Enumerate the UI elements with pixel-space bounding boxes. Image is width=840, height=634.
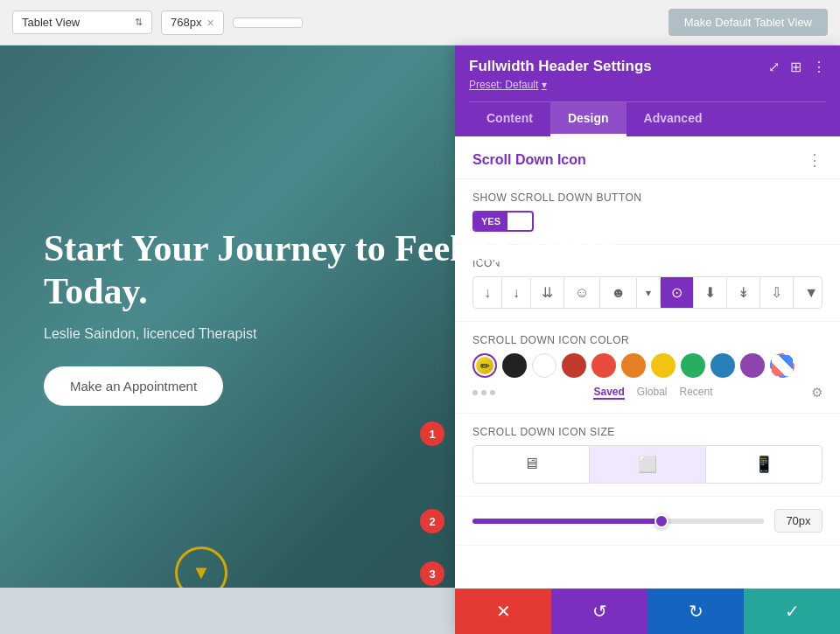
top-bar: Tablet View ⇅ 768px × Make Default Table… <box>0 0 840 45</box>
tab-advanced[interactable]: Advanced <box>626 102 720 136</box>
marker-1: 1 <box>420 422 444 446</box>
marker-3: 3 <box>420 561 444 586</box>
slider-row: 70px <box>472 509 822 533</box>
panel-tabs: Content Design Advanced <box>469 101 826 136</box>
circle-down-icon[interactable]: ⊙ <box>661 277 694 308</box>
columns-icon[interactable]: ⊞ <box>790 59 802 75</box>
tab-content[interactable]: Content <box>469 102 550 136</box>
size-desktop[interactable]: 🖥 <box>473 446 590 483</box>
make-default-button[interactable]: Make Default Tablet View <box>668 9 828 36</box>
panel-title: Fullwidth Header Settings <box>469 58 652 75</box>
view-selector[interactable]: Tablet View ⇅ <box>12 10 152 34</box>
hero-text: Start Your Journey to Feeling Better Tod… <box>44 227 656 406</box>
size-label: Scroll Down Icon Size <box>472 426 822 438</box>
triangle-down-icon[interactable]: ▼ <box>794 278 822 308</box>
expand-icon[interactable]: ⤢ <box>768 59 780 75</box>
section-menu-icon[interactable]: ⋮ <box>807 150 822 170</box>
extra-px-input[interactable] <box>233 17 303 28</box>
size-tablet[interactable]: ⬜ <box>590 446 706 483</box>
more-icon[interactable]: ⋮ <box>812 59 826 75</box>
slider-value[interactable]: 70px <box>774 509 822 533</box>
panel-header-icons: ⤢ ⊞ ⋮ <box>768 59 826 75</box>
appointment-button[interactable]: Make an Appointment <box>44 366 223 406</box>
section-heading: Scroll Down Icon ⋮ <box>455 136 840 179</box>
size-mobile[interactable]: 📱 <box>706 446 822 483</box>
preset-label: Preset: Default <box>469 79 538 91</box>
scroll-down-icon: ▼ <box>192 561 211 584</box>
tab-design[interactable]: Design <box>550 102 626 136</box>
slider-container[interactable] <box>472 519 764 524</box>
color-green-swatch[interactable] <box>681 353 705 378</box>
slider-fill <box>472 519 662 524</box>
redo-button[interactable]: ↻ <box>648 589 744 634</box>
panel-header: Fullwidth Header Settings ⤢ ⊞ ⋮ Preset: … <box>455 45 840 136</box>
color-settings-icon[interactable]: ⚙ <box>811 385 822 401</box>
view-label: Tablet View <box>22 16 80 29</box>
panel-title-row: Fullwidth Header Settings ⤢ ⊞ ⋮ <box>469 58 826 75</box>
cancel-button[interactable]: ✕ <box>455 589 551 634</box>
close-px-icon[interactable]: × <box>206 16 214 30</box>
section-title: Scroll Down Icon <box>472 152 586 168</box>
slider-thumb[interactable] <box>654 514 668 528</box>
undo-button[interactable]: ↺ <box>551 589 648 634</box>
show-scroll-label: Show Scroll Down Button <box>472 192 822 204</box>
marker-2: 2 <box>420 509 444 533</box>
size-field: Scroll Down Icon Size 🖥 ⬜ 📱 <box>455 414 840 497</box>
arrow-circle-icon[interactable]: ↡ <box>727 277 760 308</box>
view-arrows-icon: ⇅ <box>135 17 143 28</box>
main-area: Start Your Journey to Feeling Better Tod… <box>0 45 840 634</box>
color-blue-swatch[interactable] <box>710 353 735 378</box>
double-arrow-icon[interactable]: ⇩ <box>760 277 794 308</box>
hero-title: Start Your Journey to Feeling Better Tod… <box>44 227 656 312</box>
px-value: 768px <box>171 16 201 29</box>
preset-arrow[interactable]: ▾ <box>542 79 547 91</box>
download-icon[interactable]: ⬇ <box>694 277 727 308</box>
color-stripe-swatch[interactable] <box>770 353 794 378</box>
save-button[interactable]: ✓ <box>744 589 840 634</box>
size-selector: 🖥 ⬜ 📱 <box>472 445 822 484</box>
hero-subtitle: Leslie Saindon, licenced Therapist <box>44 326 656 342</box>
px-input-container[interactable]: 768px × <box>161 10 224 35</box>
color-purple-swatch[interactable] <box>740 353 765 378</box>
panel-preset[interactable]: Preset: Default ▾ <box>469 79 826 91</box>
slider-field: 70px <box>455 497 840 546</box>
color-tab-recent[interactable]: Recent <box>680 386 713 400</box>
action-bar: ✕ ↺ ↻ ✓ <box>455 589 840 634</box>
